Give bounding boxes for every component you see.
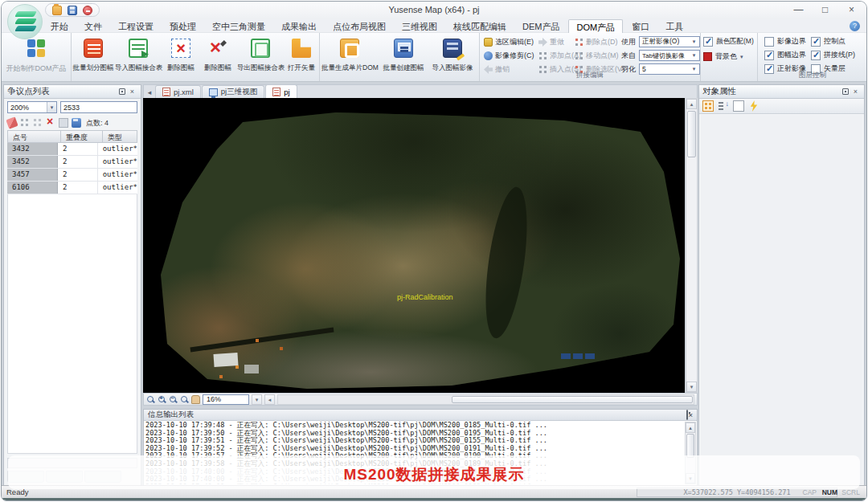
tab-tools[interactable]: 工具 bbox=[658, 19, 690, 33]
tab-home[interactable]: 开始 bbox=[43, 19, 76, 33]
tab-nav-left-icon[interactable]: ◂ bbox=[144, 88, 155, 98]
table-row[interactable]: 6106 2 outlier* bbox=[7, 182, 137, 194]
redo-button[interactable]: 重做 bbox=[538, 36, 564, 48]
point-id-input[interactable]: 2533 bbox=[60, 101, 137, 113]
delete-sheet-button[interactable]: 删除图幅 bbox=[163, 35, 199, 79]
checkbox-icon[interactable]: ✓ bbox=[764, 37, 774, 47]
categorize-icon[interactable] bbox=[702, 100, 714, 112]
tab-aerotriangulation[interactable]: 空中三角测量 bbox=[205, 19, 272, 33]
table-row[interactable]: 3457 2 outlier* bbox=[7, 169, 137, 182]
table-row[interactable]: 3432 2 outlier* bbox=[7, 143, 137, 156]
close-button[interactable]: × bbox=[838, 2, 865, 18]
import-sheet-image-icon bbox=[443, 39, 462, 58]
tab-preprocess[interactable]: 预处理 bbox=[162, 19, 203, 33]
tab-epipolar-edit[interactable]: 核线匹配编辑 bbox=[446, 19, 514, 33]
color-match-checkbox[interactable]: ✓ 颜色匹配(M) bbox=[703, 37, 754, 47]
import-sheet-image-button[interactable]: 导入图幅影像 bbox=[429, 35, 476, 79]
checkbox-icon[interactable]: ✓ bbox=[811, 37, 821, 47]
layer-control-points-checkbox[interactable]: ✓ 控制点 bbox=[811, 36, 845, 47]
scrl-indicator: SCRL bbox=[841, 488, 860, 496]
from-dropdown[interactable]: Tab键切换影像▾ bbox=[639, 50, 700, 61]
tab-window[interactable]: 窗口 bbox=[624, 19, 657, 33]
checkbox-icon[interactable]: ✓ bbox=[811, 51, 821, 60]
table-header-row: 点号 重叠度 类型 bbox=[7, 130, 137, 143]
scroll-up-icon[interactable]: ▴ bbox=[686, 99, 697, 109]
table-empty-area bbox=[7, 194, 137, 454]
pin-icon[interactable] bbox=[840, 87, 850, 97]
eraser-icon[interactable] bbox=[6, 116, 18, 129]
map-vscrollbar[interactable]: ▴ ▾ bbox=[686, 98, 698, 393]
start-dom-button[interactable]: 开始制作DOM产品 bbox=[5, 35, 68, 79]
tab-dom-product[interactable]: DOM产品 bbox=[568, 19, 623, 33]
lightning-icon[interactable] bbox=[748, 100, 760, 112]
open-vector-button[interactable]: 打开矢量 bbox=[285, 35, 317, 79]
tab-point-layout-view[interactable]: 点位布局视图 bbox=[326, 19, 393, 33]
panel-close-icon[interactable]: × bbox=[127, 87, 137, 97]
table-row[interactable]: 3452 2 outlier* bbox=[7, 156, 137, 169]
zoom-select[interactable]: 200% ▾ bbox=[7, 101, 57, 113]
deselect-points-icon[interactable] bbox=[33, 118, 43, 128]
app-logo-icon[interactable] bbox=[7, 4, 43, 39]
layer-sheet-boundary-checkbox[interactable]: ✓ 图幅边界 bbox=[764, 50, 806, 60]
import-sheet-table-button[interactable]: 导入图幅接合表 bbox=[115, 35, 162, 79]
tab-output[interactable]: 成果输出 bbox=[274, 19, 324, 33]
scroll-down-icon[interactable]: ▾ bbox=[686, 382, 697, 392]
maximize-button[interactable]: □ bbox=[812, 2, 838, 18]
doc-tab-pj-xml[interactable]: pj.xml bbox=[155, 85, 201, 98]
select-points-icon[interactable] bbox=[20, 118, 30, 128]
log-panel-title: 信息输出列表 bbox=[148, 410, 194, 420]
panel-close-icon[interactable]: × bbox=[850, 87, 861, 97]
workspace: 争议点列表 × 200% ▾ 2533 点数: 4 bbox=[2, 82, 866, 488]
checkbox-icon[interactable]: ✓ bbox=[703, 37, 713, 47]
scroll-up-icon[interactable]: ▴ bbox=[686, 422, 695, 433]
map-viewport[interactable]: pj-RadCalibration bbox=[143, 98, 685, 393]
doc-tab-pj[interactable]: pj bbox=[265, 84, 297, 98]
move-point-button[interactable]: 移动点(M) bbox=[575, 50, 619, 62]
background-color-button[interactable]: 背景色 ▾ bbox=[703, 51, 743, 62]
zoom-window-icon[interactable] bbox=[146, 395, 155, 404]
divide-sheet-button[interactable]: 批量划分图幅 bbox=[72, 35, 114, 79]
tab-dem-product[interactable]: DEM产品 bbox=[515, 19, 567, 33]
minimize-button[interactable]: — bbox=[785, 2, 812, 18]
pin-icon[interactable] bbox=[117, 87, 127, 97]
sort-az-icon[interactable] bbox=[718, 100, 729, 112]
building bbox=[244, 365, 259, 373]
chevron-down-icon[interactable]: ▾ bbox=[690, 51, 698, 60]
ribbon-group-color: ✓ 颜色匹配(M) 背景色 ▾ bbox=[701, 33, 757, 81]
export-sheet-table-button[interactable]: 导出图幅接合表 bbox=[237, 35, 284, 79]
map-hscrollbar[interactable] bbox=[277, 394, 694, 405]
map-zoom-input[interactable]: 16% bbox=[203, 394, 249, 405]
pan-icon[interactable] bbox=[191, 395, 200, 404]
tab-3d-view[interactable]: 三维视图 bbox=[395, 19, 444, 33]
chevron-down-icon[interactable]: ▾ bbox=[690, 37, 698, 47]
image-trim-button[interactable]: 影像修剪(C) bbox=[484, 50, 534, 62]
property-box-icon[interactable] bbox=[733, 100, 744, 112]
delete-sheet-alt-button[interactable]: 删除图幅 bbox=[200, 35, 235, 79]
zoom-in-icon[interactable]: + bbox=[158, 395, 166, 404]
tab-project-settings[interactable]: 工程设置 bbox=[111, 19, 161, 33]
courts bbox=[561, 353, 571, 359]
layer-seamline-checkbox[interactable]: ✓ 拼接线(P) bbox=[811, 50, 855, 60]
help-icon[interactable]: ? bbox=[850, 21, 860, 31]
tab-file[interactable]: 文件 bbox=[77, 19, 109, 33]
map-overlay-label: pj-RadCalibration bbox=[397, 293, 453, 301]
doc-tab-pj-3d-view[interactable]: pj三维视图 bbox=[202, 85, 264, 98]
image-icon[interactable] bbox=[59, 118, 68, 128]
chevron-down-icon[interactable]: ▾ bbox=[47, 102, 56, 112]
zoom-fit-icon[interactable] bbox=[180, 395, 189, 404]
delete-point-button[interactable]: 删除点(D) bbox=[575, 36, 618, 48]
save-list-icon[interactable] bbox=[72, 118, 81, 128]
scroll-left-icon[interactable]: ◂ bbox=[264, 394, 275, 405]
open-vector-icon bbox=[292, 39, 311, 58]
layer-image-boundary-checkbox[interactable]: ✓ 影像边界 bbox=[764, 36, 806, 47]
disputed-points-title: 争议点列表 bbox=[7, 86, 50, 97]
ribbon: 开始制作DOM产品 批量划分图幅 导入图幅接合表 删除图幅 删除图幅 bbox=[2, 33, 866, 82]
zoom-dropdown-icon[interactable]: ▾ bbox=[252, 394, 262, 405]
use-dropdown[interactable]: 正射影像(O)▾ bbox=[639, 36, 700, 47]
batch-single-dom-button[interactable]: 批量生成单片DOM bbox=[321, 35, 378, 79]
batch-create-sheet-button[interactable]: 批量创建图幅 bbox=[379, 35, 428, 79]
checkbox-icon[interactable]: ✓ bbox=[764, 51, 774, 60]
delete-point-icon[interactable] bbox=[46, 118, 55, 128]
zoom-out-icon[interactable]: − bbox=[169, 395, 178, 404]
selection-edit-button[interactable]: 选区编辑(E) bbox=[484, 36, 534, 48]
